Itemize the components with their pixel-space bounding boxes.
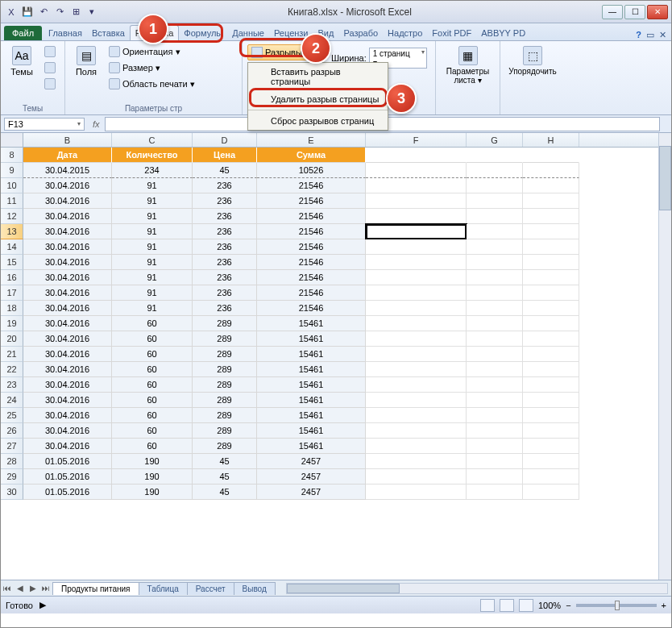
cell[interactable] [467, 393, 523, 408]
cell[interactable]: 289 [193, 331, 257, 347]
cell[interactable]: 30.04.2016 [23, 377, 112, 393]
qat-customize-icon[interactable]: ▾ [85, 5, 99, 19]
cell[interactable]: 60 [112, 362, 193, 377]
cell[interactable]: 60 [112, 439, 193, 454]
cell[interactable] [467, 408, 523, 423]
cell[interactable] [366, 270, 467, 285]
row-header[interactable]: 15 [1, 255, 23, 270]
cell[interactable] [523, 316, 579, 331]
cell[interactable]: 15461 [257, 423, 366, 439]
cell[interactable] [523, 331, 579, 347]
remove-page-break[interactable]: Удалить разрыв страницы [248, 90, 388, 108]
vertical-scrollbar[interactable] [658, 133, 671, 580]
ribbon-tab-10[interactable]: ABBYY PD [476, 26, 530, 40]
cell[interactable] [366, 331, 467, 347]
sheet-options-button[interactable]: ▦ Параметры листа ▾ [441, 44, 495, 86]
cell[interactable] [467, 469, 523, 485]
cell[interactable]: 30.04.2016 [23, 178, 112, 193]
cell[interactable] [523, 393, 579, 408]
row-header[interactable]: 17 [1, 285, 23, 301]
cell[interactable]: 60 [112, 331, 193, 347]
cell[interactable] [523, 255, 579, 270]
cell[interactable]: 01.05.2016 [23, 469, 112, 485]
cell[interactable]: 60 [112, 393, 193, 408]
cell[interactable] [523, 224, 579, 239]
fonts-button[interactable] [41, 60, 59, 75]
cell[interactable]: 289 [193, 408, 257, 423]
themes-button[interactable]: Aa Темы [6, 44, 38, 78]
cell[interactable] [467, 285, 523, 301]
view-normal-button[interactable] [480, 599, 495, 612]
cell[interactable] [523, 485, 579, 500]
cell[interactable]: 15461 [257, 393, 366, 408]
cell[interactable]: 190 [112, 485, 193, 500]
cell[interactable]: 30.04.2016 [23, 224, 112, 239]
cell[interactable] [467, 454, 523, 469]
row-header[interactable]: 13 [1, 224, 23, 239]
cell[interactable]: 2457 [257, 469, 366, 485]
cell[interactable] [366, 224, 467, 239]
ribbon-tab-0[interactable]: Главная [44, 26, 87, 40]
cell[interactable] [523, 301, 579, 316]
col-header-D[interactable]: D [193, 133, 257, 147]
row-header[interactable]: 24 [1, 393, 23, 408]
cell[interactable]: 236 [193, 224, 257, 239]
cell[interactable]: 21546 [257, 239, 366, 255]
zoom-thumb[interactable] [615, 601, 620, 610]
cell[interactable]: 190 [112, 454, 193, 469]
cell[interactable]: 21546 [257, 255, 366, 270]
sheet-nav-prev[interactable]: ◀ [14, 584, 27, 593]
cell[interactable]: 15461 [257, 331, 366, 347]
cell[interactable] [366, 408, 467, 423]
cell[interactable] [523, 469, 579, 485]
cell[interactable]: 91 [112, 270, 193, 285]
cell[interactable]: 234 [112, 163, 193, 178]
zoom-in-button[interactable]: + [662, 601, 666, 610]
cell[interactable] [467, 255, 523, 270]
hscroll-thumb[interactable] [287, 584, 400, 593]
cell[interactable] [467, 301, 523, 316]
insert-page-break[interactable]: Вставить разрыв страницы [248, 63, 388, 90]
cell[interactable]: 91 [112, 193, 193, 209]
save-icon[interactable]: 💾 [20, 5, 35, 19]
cell[interactable]: 236 [193, 255, 257, 270]
cell[interactable] [467, 377, 523, 393]
cell[interactable]: 60 [112, 423, 193, 439]
sheet-nav-last[interactable]: ⏭ [39, 584, 52, 593]
col-header-B[interactable]: B [23, 133, 112, 147]
cell[interactable]: 289 [193, 377, 257, 393]
cell[interactable]: 60 [112, 408, 193, 423]
header-cell[interactable] [523, 148, 579, 163]
maximize-button[interactable]: ☐ [624, 5, 645, 19]
cell[interactable]: 45 [193, 469, 257, 485]
file-tab[interactable]: Файл [4, 26, 42, 40]
cell[interactable]: 21546 [257, 270, 366, 285]
cell[interactable] [366, 423, 467, 439]
cell[interactable] [523, 285, 579, 301]
row-header[interactable]: 22 [1, 362, 23, 377]
col-header-H[interactable]: H [523, 133, 579, 147]
row-header[interactable]: 9 [1, 163, 23, 178]
row-header[interactable]: 20 [1, 331, 23, 347]
cell[interactable] [523, 239, 579, 255]
cell[interactable] [366, 469, 467, 485]
cell[interactable]: 91 [112, 178, 193, 193]
cell[interactable] [467, 439, 523, 454]
cell[interactable]: 91 [112, 224, 193, 239]
cell[interactable]: 91 [112, 285, 193, 301]
cell[interactable]: 45 [193, 454, 257, 469]
cell[interactable]: 289 [193, 439, 257, 454]
qat-extra-icon[interactable]: ⊞ [68, 5, 83, 19]
cell[interactable] [366, 377, 467, 393]
row-header[interactable]: 21 [1, 347, 23, 362]
close-button[interactable]: ✕ [647, 5, 668, 19]
cell[interactable] [523, 377, 579, 393]
ribbon-minimize-icon[interactable]: ▭ [646, 30, 654, 40]
cell[interactable] [467, 239, 523, 255]
cell[interactable]: 30.04.2016 [23, 408, 112, 423]
horizontal-scrollbar[interactable] [286, 583, 668, 594]
cell[interactable]: 30.04.2016 [23, 255, 112, 270]
cell[interactable] [523, 362, 579, 377]
row-header[interactable]: 16 [1, 270, 23, 285]
row-header[interactable]: 28 [1, 454, 23, 469]
